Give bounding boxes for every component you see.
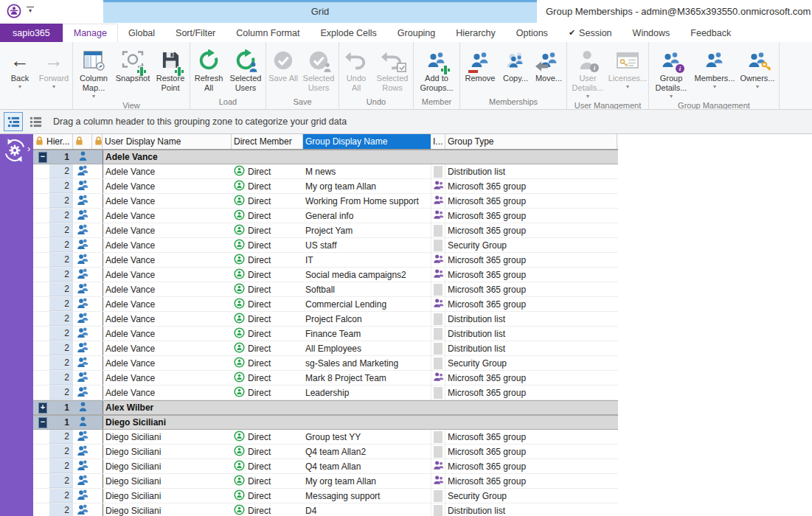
tab-sapio365[interactable]: sapio365 <box>0 24 63 42</box>
direct-member-cell[interactable]: Direct <box>232 327 303 341</box>
tab-column-format[interactable]: Column Format <box>226 24 310 42</box>
group-display-name-cell[interactable]: Q4 team Allan2 <box>303 444 431 459</box>
group-name-cell[interactable]: Adele Vance <box>103 150 617 164</box>
hierarchy-level-cell[interactable]: 2 <box>49 253 73 267</box>
licenses-button[interactable]: Licenses...▾ <box>608 43 648 91</box>
members-button[interactable]: Members...▾ <box>693 43 737 91</box>
hierarchy-level-cell[interactable]: 2 <box>49 489 73 503</box>
hierarchy-level-cell[interactable]: 2 <box>49 444 73 459</box>
user-display-name-cell[interactable]: Adele Vance <box>103 356 232 370</box>
user-display-name-cell[interactable]: Adele Vance <box>103 209 232 223</box>
user-display-name-cell[interactable]: Adele Vance <box>103 327 232 341</box>
snapshot-button[interactable]: Snapshot <box>114 43 152 84</box>
group-type-cell[interactable]: Security Group <box>445 238 617 252</box>
refresh-all-button[interactable]: Refresh All <box>191 43 226 94</box>
group-display-name-cell[interactable]: Project Yam <box>303 223 431 237</box>
hierarchy-level-cell[interactable]: 2 <box>49 268 73 282</box>
direct-member-cell[interactable]: Direct <box>232 489 303 503</box>
group-display-name-cell[interactable]: M news <box>303 164 431 178</box>
group-display-name-cell[interactable]: IT <box>303 253 431 267</box>
direct-member-cell[interactable]: Direct <box>232 194 303 208</box>
tab-windows[interactable]: Windows <box>622 24 681 42</box>
contextual-tab-grid[interactable]: Grid <box>103 0 537 23</box>
group-icon-cell[interactable] <box>431 356 445 370</box>
group-display-name-cell[interactable]: D4 <box>303 503 431 516</box>
hierarchy-level-cell[interactable]: 2 <box>49 430 73 444</box>
direct-member-cell[interactable]: Direct <box>232 179 303 193</box>
group-icon-cell[interactable] <box>431 459 445 473</box>
save-all-button[interactable]: Save All <box>267 43 299 84</box>
group-icon-cell[interactable] <box>431 474 445 488</box>
user-type-icon-cell[interactable] <box>73 371 92 385</box>
back-button[interactable]: ←Back▾ <box>4 43 36 91</box>
direct-member-cell[interactable]: Direct <box>232 164 303 178</box>
user-type-icon-cell[interactable] <box>73 194 92 208</box>
group-type-cell[interactable]: Microsoft 365 group <box>445 459 617 473</box>
group-type-cell[interactable]: Microsoft 365 group <box>445 371 617 385</box>
group-type-cell[interactable]: Microsoft 365 group <box>445 297 617 311</box>
user-display-name-cell[interactable]: Adele Vance <box>103 238 232 252</box>
hierarchy-level-cell[interactable]: 2 <box>49 356 73 370</box>
column-header-group-type[interactable]: Group Type <box>445 134 617 149</box>
user-type-icon-cell[interactable] <box>73 386 92 400</box>
group-display-name-cell[interactable]: US staff <box>303 238 431 252</box>
selected-users-button[interactable]: Selected Users <box>226 43 265 94</box>
direct-member-cell[interactable]: Direct <box>232 444 303 459</box>
direct-member-cell[interactable]: Direct <box>232 253 303 267</box>
user-type-icon-cell[interactable] <box>73 474 92 488</box>
user-type-icon-cell[interactable] <box>73 253 92 267</box>
group-type-cell[interactable]: Distribution list <box>445 341 617 355</box>
group-display-name-cell[interactable]: Social media campaigns2 <box>303 268 431 282</box>
user-type-icon-cell[interactable] <box>73 327 92 341</box>
direct-member-cell[interactable]: Direct <box>232 209 303 223</box>
group-icon-cell[interactable] <box>431 223 445 237</box>
group-type-cell[interactable]: Distribution list <box>445 312 617 326</box>
group-icon-cell[interactable] <box>431 386 445 400</box>
user-display-name-cell[interactable]: Adele Vance <box>103 312 232 326</box>
direct-member-cell[interactable]: Direct <box>232 341 303 355</box>
tab-global[interactable]: Global <box>118 24 165 42</box>
forward-button[interactable]: →Forward▾ <box>36 43 72 91</box>
direct-member-cell[interactable]: Direct <box>232 356 303 370</box>
group-display-name-cell[interactable]: General info <box>303 209 431 223</box>
column-map-button[interactable]: Column Map...▾ <box>74 43 114 100</box>
user-type-icon-cell[interactable] <box>73 209 92 223</box>
user-type-icon-cell[interactable] <box>73 282 92 296</box>
restore-point-button[interactable]: Restore Point <box>152 43 189 94</box>
group-icon-cell[interactable] <box>431 312 445 326</box>
user-type-icon-cell[interactable] <box>73 150 92 164</box>
tab-session[interactable]: ✔Session <box>558 24 622 42</box>
hierarchy-level-cell[interactable]: 2 <box>49 312 73 326</box>
group-icon-cell[interactable] <box>431 444 445 459</box>
user-type-icon-cell[interactable] <box>73 268 92 282</box>
user-type-icon-cell[interactable] <box>73 297 92 311</box>
direct-member-cell[interactable]: Direct <box>232 503 303 516</box>
hierarchy-view-toggle-icon[interactable] <box>4 112 23 131</box>
tab-grouping[interactable]: Grouping <box>387 24 445 42</box>
user-type-icon-cell[interactable] <box>73 356 92 370</box>
group-display-name-cell[interactable]: Commercial Lending <box>303 297 431 311</box>
group-icon-cell[interactable] <box>431 327 445 341</box>
flat-view-toggle-icon[interactable] <box>27 113 44 130</box>
group-icon-cell[interactable] <box>431 209 445 223</box>
user-display-name-cell[interactable]: Diego Siciliani <box>103 430 232 444</box>
group-display-name-cell[interactable]: Messaging support <box>303 489 431 503</box>
user-type-icon-cell[interactable] <box>73 416 92 429</box>
hierarchy-level-cell[interactable]: 2 <box>49 223 73 237</box>
owners-button[interactable]: Owners...▾ <box>737 43 778 91</box>
column-header-user-display-name[interactable]: User Display Name <box>103 134 232 149</box>
user-type-icon-cell[interactable] <box>73 341 92 355</box>
group-icon-cell[interactable] <box>431 489 445 503</box>
hierarchy-level-cell[interactable]: 2 <box>49 459 73 473</box>
group-name-cell[interactable]: Alex Wilber <box>103 401 617 414</box>
user-type-icon-cell[interactable] <box>73 503 92 516</box>
group-type-cell[interactable]: Security Group <box>445 356 617 370</box>
sidebar-expand-chevron-icon[interactable]: › <box>27 143 30 154</box>
user-display-name-cell[interactable]: Adele Vance <box>103 386 232 400</box>
user-display-name-cell[interactable]: Adele Vance <box>103 223 232 237</box>
column-header-locked[interactable] <box>92 134 103 149</box>
group-display-name-cell[interactable]: sg-Sales and Marketing <box>303 356 431 370</box>
direct-member-cell[interactable]: Direct <box>232 386 303 400</box>
user-type-icon-cell[interactable] <box>73 223 92 237</box>
group-display-name-cell[interactable]: My org team Allan <box>303 179 431 193</box>
